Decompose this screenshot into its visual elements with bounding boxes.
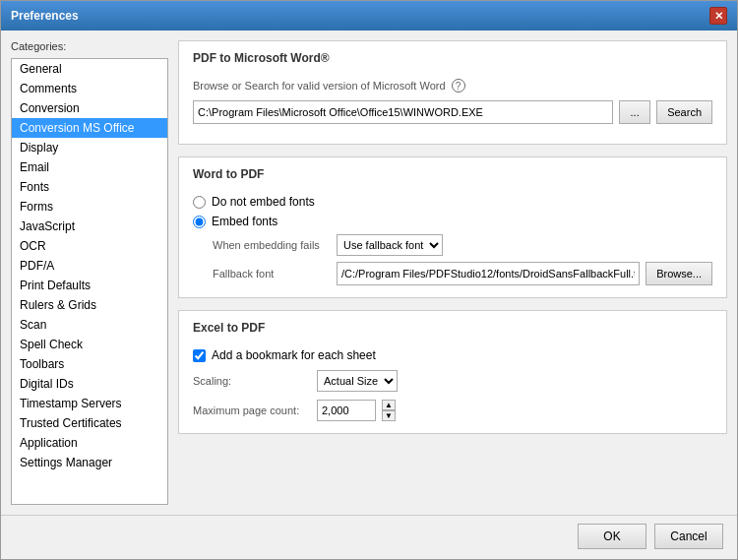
help-icon: ? bbox=[452, 79, 465, 93]
sidebar-item-print-defaults[interactable]: Print Defaults bbox=[12, 276, 167, 295]
sidebar-item-conversion[interactable]: Conversion bbox=[12, 98, 167, 118]
sidebar-item-javascript[interactable]: JavaScript bbox=[12, 217, 167, 236]
sidebar-list: GeneralCommentsConversionConversion MS O… bbox=[11, 58, 168, 505]
no-embed-radio[interactable] bbox=[193, 196, 206, 209]
dialog-footer: OK Cancel bbox=[1, 515, 737, 559]
word-path-input[interactable] bbox=[193, 100, 613, 124]
fallback-dropdown[interactable]: Use fallback font bbox=[337, 234, 443, 256]
embed-label: Embed fonts bbox=[212, 215, 277, 228]
maxpage-label: Maximum page count: bbox=[193, 404, 311, 416]
sidebar-item-ocr[interactable]: OCR bbox=[12, 236, 167, 256]
sidebar-item-display[interactable]: Display bbox=[12, 138, 167, 157]
bookmark-label: Add a bookmark for each sheet bbox=[212, 348, 376, 362]
sidebar: Categories: GeneralCommentsConversionCon… bbox=[11, 40, 168, 505]
bookmark-row: Add a bookmark for each sheet bbox=[193, 348, 712, 362]
spinner-up-button[interactable]: ▲ bbox=[382, 400, 396, 410]
spinner-buttons: ▲ ▼ bbox=[382, 400, 396, 421]
no-embed-label: Do not embed fonts bbox=[212, 195, 315, 209]
ok-button[interactable]: OK bbox=[578, 524, 646, 549]
categories-label: Categories: bbox=[11, 40, 168, 52]
cancel-button[interactable]: Cancel bbox=[654, 524, 723, 549]
scaling-label: Scaling: bbox=[193, 375, 311, 387]
embed-options: When embedding fails Use fallback font F… bbox=[193, 234, 712, 285]
fallback-browse-button[interactable]: Browse... bbox=[646, 262, 712, 285]
browse-search-row: Browse or Search for valid version of Mi… bbox=[193, 79, 712, 93]
when-embedding-row: When embedding fails Use fallback font bbox=[213, 234, 712, 256]
ellipsis-button[interactable]: ... bbox=[619, 100, 650, 124]
excel-to-pdf-title: Excel to PDF bbox=[193, 321, 712, 339]
sidebar-item-application[interactable]: Application bbox=[12, 433, 167, 453]
excel-to-pdf-section: Excel to PDF Add a bookmark for each she… bbox=[178, 310, 727, 434]
word-to-pdf-section: Word to PDF Do not embed fonts Embed fon… bbox=[178, 156, 727, 298]
browse-search-label: Browse or Search for valid version of Mi… bbox=[193, 80, 446, 92]
scaling-dropdown[interactable]: Actual Size bbox=[317, 370, 398, 392]
embed-row: Embed fonts bbox=[193, 215, 712, 228]
sidebar-item-general[interactable]: General bbox=[12, 59, 167, 79]
sidebar-item-trusted-certificates[interactable]: Trusted Certificates bbox=[12, 413, 167, 433]
pdf-to-word-section: PDF to Microsoft Word® Browse or Search … bbox=[178, 40, 727, 145]
search-button[interactable]: Search bbox=[656, 100, 712, 124]
scaling-row: Scaling: Actual Size bbox=[193, 370, 712, 392]
path-row: ... Search bbox=[193, 100, 712, 124]
dialog-title: Preferences bbox=[11, 9, 79, 23]
sidebar-item-forms[interactable]: Forms bbox=[12, 197, 167, 217]
fallback-font-label: Fallback font bbox=[213, 268, 331, 280]
spinner-down-button[interactable]: ▼ bbox=[382, 410, 396, 421]
close-button[interactable]: ✕ bbox=[709, 7, 727, 25]
fallback-font-input[interactable] bbox=[337, 262, 640, 285]
maxpage-input[interactable] bbox=[317, 400, 376, 421]
sidebar-item-rulers-grids[interactable]: Rulers & Grids bbox=[12, 295, 167, 315]
sidebar-item-scan[interactable]: Scan bbox=[12, 315, 167, 335]
content-area: PDF to Microsoft Word® Browse or Search … bbox=[178, 40, 727, 505]
sidebar-item-timestamp-servers[interactable]: Timestamp Servers bbox=[12, 394, 167, 413]
sidebar-item-email[interactable]: Email bbox=[12, 157, 167, 177]
embed-radio[interactable] bbox=[193, 216, 206, 228]
word-to-pdf-title: Word to PDF bbox=[193, 167, 712, 185]
sidebar-item-pdfa[interactable]: PDF/A bbox=[12, 256, 167, 276]
no-embed-row: Do not embed fonts bbox=[193, 195, 712, 209]
sidebar-item-toolbars[interactable]: Toolbars bbox=[12, 354, 167, 374]
sidebar-item-settings-manager[interactable]: Settings Manager bbox=[12, 453, 167, 472]
sidebar-item-spell-check[interactable]: Spell Check bbox=[12, 335, 167, 354]
sidebar-item-comments[interactable]: Comments bbox=[12, 79, 167, 98]
bookmark-checkbox[interactable] bbox=[193, 349, 206, 362]
dialog-body: Categories: GeneralCommentsConversionCon… bbox=[1, 31, 737, 515]
when-embedding-label: When embedding fails bbox=[213, 239, 331, 251]
sidebar-item-conversion-ms-office[interactable]: Conversion MS Office bbox=[12, 118, 167, 138]
fallback-font-row: Fallback font Browse... bbox=[213, 262, 712, 285]
maxpage-row: Maximum page count: ▲ ▼ bbox=[193, 400, 712, 421]
sidebar-item-fonts[interactable]: Fonts bbox=[12, 177, 167, 197]
pdf-to-word-title: PDF to Microsoft Word® bbox=[193, 51, 712, 69]
title-bar: Preferences ✕ bbox=[1, 1, 737, 31]
preferences-dialog: Preferences ✕ Categories: GeneralComment… bbox=[0, 0, 738, 560]
sidebar-item-digital-ids[interactable]: Digital IDs bbox=[12, 374, 167, 394]
